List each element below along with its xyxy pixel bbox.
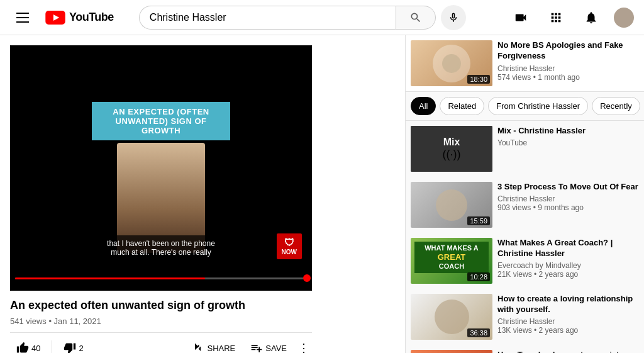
thumbup-icon: [16, 342, 29, 353]
youtube-logo[interactable]: YouTube: [45, 11, 114, 25]
like-button[interactable]: 40: [10, 338, 47, 353]
main-layout: AN EXPECTED (OFTEN UNWANTED) SIGN OF GRO…: [0, 35, 644, 353]
list-item[interactable]: How to calm down & stop ANXIETY 8:27 How…: [406, 345, 644, 353]
rec-duration: 10:28: [467, 272, 490, 281]
more-options-button[interactable]: ⋮: [296, 339, 312, 353]
microphone-button[interactable]: [441, 5, 466, 30]
hamburger-icon: [14, 10, 31, 25]
grid-icon: [549, 11, 563, 25]
rec-duration: 36:38: [467, 328, 490, 337]
top-video-duration: 18:30: [467, 75, 490, 84]
rec-thumbnail: WHAT MAKES A GREAT COACH 10:28: [411, 238, 492, 284]
video-controls: [10, 266, 312, 291]
header: YouTube: [0, 0, 644, 35]
rec-thumbnail: 15:59: [411, 182, 492, 228]
rec-info-mix: Mix - Christine Hassler YouTube: [497, 126, 639, 172]
youtube-icon: [45, 11, 65, 25]
rec-meta: 903 views • 9 months ago: [497, 203, 639, 212]
search-bar: [139, 5, 466, 30]
rec-meta: 13K views • 2 years ago: [497, 326, 639, 335]
sidebar: 18:30 No More BS Apologies and Fake Forg…: [405, 35, 644, 353]
filter-tab-all[interactable]: All: [411, 97, 436, 115]
avatar[interactable]: [614, 8, 634, 28]
apps-button[interactable]: [543, 5, 569, 30]
rec-info: 3 Step Process To Move Out Of Fear Chris…: [497, 182, 639, 228]
share-label: SHARE: [207, 344, 235, 353]
share-icon: [192, 342, 204, 353]
video-actions: 40 2 SHARE: [10, 332, 312, 353]
rec-duration: 15:59: [467, 216, 490, 225]
search-input[interactable]: [139, 6, 396, 30]
save-icon: [250, 342, 263, 353]
microphone-icon: [448, 12, 459, 23]
video-caption: that I haven't been on the phone much at…: [92, 235, 230, 261]
search-button[interactable]: [396, 6, 436, 30]
rec-info: What Makes A Great Coach? | Christine Ha…: [497, 238, 639, 284]
video-player[interactable]: AN EXPECTED (OFTEN UNWANTED) SIGN OF GRO…: [10, 45, 312, 291]
video-camera-icon: [514, 11, 528, 25]
sidebar-top-thumbnail: 18:30: [411, 40, 492, 86]
rec-channel: Christine Hassler: [497, 194, 639, 203]
video-meta: 541 views • Jan 11, 2021: [10, 317, 312, 326]
header-left: YouTube: [10, 5, 114, 30]
video-info: An expected often unwanted sign of growt…: [10, 298, 312, 353]
rec-thumbnail: How to calm down & stop ANXIETY 8:27: [411, 350, 492, 353]
dislike-button[interactable]: 2: [57, 338, 89, 353]
rec-info: How-To calm down, stop anxiety and stres…: [497, 350, 639, 353]
rec-title-mix: Mix - Christine Hassler: [497, 126, 639, 137]
video-title: An expected often unwanted sign of growt…: [10, 298, 312, 313]
list-item[interactable]: 15:59 3 Step Process To Move Out Of Fear…: [406, 177, 644, 233]
video-panel: AN EXPECTED (OFTEN UNWANTED) SIGN OF GRO…: [0, 35, 405, 353]
rec-title: How-To calm down, stop anxiety and stres…: [497, 350, 639, 353]
bell-icon: [584, 11, 598, 25]
thumbdown-icon: [64, 342, 76, 353]
like-count: 40: [31, 344, 40, 353]
create-button[interactable]: [508, 5, 533, 30]
rec-thumb-mix: Mix ((·)): [411, 126, 492, 172]
rec-title: 3 Step Process To Move Out Of Fear: [497, 182, 639, 193]
progress-dot: [303, 274, 311, 282]
sidebar-top-video[interactable]: 18:30 No More BS Apologies and Fake Forg…: [406, 35, 644, 92]
rec-meta: 21K views • 2 years ago: [497, 270, 639, 279]
rec-thumbnail: 36:38: [411, 294, 492, 340]
sidebar-top-channel: Christine Hassler: [497, 64, 639, 73]
rec-channel: Evercoach by Mindvalley: [497, 261, 639, 270]
filter-tab-related[interactable]: Related: [440, 97, 484, 115]
sidebar-top-meta: 574 views • 1 month ago: [497, 73, 639, 82]
rec-item-mix[interactable]: Mix ((·)) Mix - Christine Hassler YouTub…: [406, 121, 644, 177]
dislike-count: 2: [79, 344, 83, 353]
save-label: SAVE: [265, 344, 287, 353]
youtube-wordmark: YouTube: [69, 11, 114, 24]
sidebar-top-info: No More BS Apologies and Fake Forgivenes…: [497, 40, 639, 86]
share-button[interactable]: SHARE: [186, 338, 242, 353]
video-overlay-title: AN EXPECTED (OFTEN UNWANTED) SIGN OF GRO…: [92, 102, 230, 140]
mix-label: Mix: [443, 137, 461, 148]
header-right: [508, 5, 634, 30]
recommendation-list: Mix ((·)) Mix - Christine Hassler YouTub…: [406, 121, 644, 353]
rec-title: What Makes A Great Coach? | Christine Ha…: [497, 238, 639, 259]
filter-tab-recently[interactable]: Recently: [592, 97, 640, 115]
rec-channel-mix: YouTube: [497, 138, 639, 147]
notifications-button[interactable]: [579, 5, 604, 30]
rec-channel: Christine Hassler: [497, 317, 639, 326]
mix-icon: ((·)): [443, 148, 461, 161]
sidebar-top-title: No More BS Apologies and Fake Forgivenes…: [497, 40, 639, 62]
filter-tabs: All Related From Christine Hassler Recen…: [406, 92, 644, 121]
search-icon: [409, 11, 422, 24]
action-separator: [52, 340, 52, 353]
filter-tab-from-channel[interactable]: From Christine Hassler: [488, 97, 588, 115]
menu-button[interactable]: [10, 5, 35, 30]
rec-title: How to create a loving relationship with…: [497, 294, 639, 315]
list-item[interactable]: 36:38 How to create a loving relationshi…: [406, 289, 644, 345]
progress-bar[interactable]: [15, 277, 307, 279]
list-item[interactable]: WHAT MAKES A GREAT COACH 10:28 What Make…: [406, 233, 644, 289]
rec-info: How to create a loving relationship with…: [497, 294, 639, 340]
save-button[interactable]: SAVE: [244, 338, 293, 353]
progress-fill: [15, 277, 205, 279]
shield-badge: 🛡 NOW: [277, 233, 302, 259]
